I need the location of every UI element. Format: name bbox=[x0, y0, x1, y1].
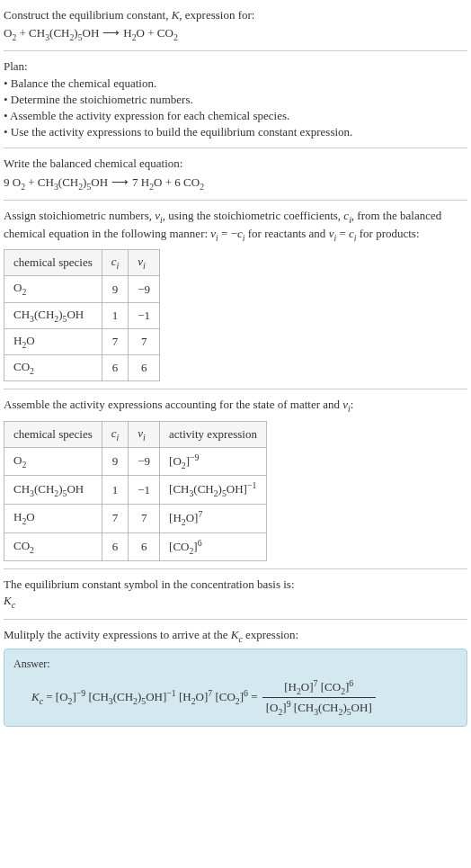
table-row: O2 9 −9 bbox=[4, 276, 160, 302]
table-row: H2O 7 7 bbox=[4, 328, 160, 354]
col-nui: νi bbox=[129, 250, 160, 276]
cell-species: CH3(CH2)5OH bbox=[4, 476, 102, 505]
multiply-section: Mulitply the activity expressions to arr… bbox=[4, 627, 467, 727]
cell-nui: −1 bbox=[129, 302, 160, 328]
plan-bullet: • Use the activity expressions to build … bbox=[4, 124, 467, 140]
symbol-section: The equilibrium constant symbol in the c… bbox=[4, 577, 467, 611]
multiply-text: Mulitply the activity expressions to arr… bbox=[4, 627, 467, 645]
symbol-text: The equilibrium constant symbol in the c… bbox=[4, 577, 467, 593]
answer-equation: Kc = [O2]−9 [CH3(CH2)5OH]−1 [H2O]7 [CO2]… bbox=[13, 677, 458, 719]
cell-activity: [H2O]7 bbox=[160, 505, 267, 533]
table-row: O2 9 −9 [O2]−9 bbox=[4, 447, 267, 476]
reaction-arrow: ⟶ bbox=[102, 25, 120, 41]
answer-box: Answer: Kc = [O2]−9 [CH3(CH2)5OH]−1 [H2O… bbox=[4, 649, 467, 727]
balanced-section: Write the balanced chemical equation: 9 … bbox=[4, 156, 467, 192]
unbalanced-equation: O2 + CH3(CH2)5OH ⟶ H2O + CO2 bbox=[4, 25, 467, 43]
table-row: CO2 6 6 bbox=[4, 355, 160, 381]
table-row: H2O 7 7 [H2O]7 bbox=[4, 505, 267, 533]
divider bbox=[4, 50, 467, 51]
stoich-paragraph: Assign stoichiometric numbers, νi, using… bbox=[4, 208, 467, 244]
col-ci: ci bbox=[102, 421, 129, 447]
species-CO2: CO2 bbox=[157, 26, 178, 40]
answer-label: Answer: bbox=[13, 657, 458, 672]
intro-line1: Construct the equilibrium constant, K, e… bbox=[4, 7, 467, 23]
table-header-row: chemical species ci νi activity expressi… bbox=[4, 421, 267, 447]
divider bbox=[4, 568, 467, 569]
table-row: CH3(CH2)5OH 1 −1 [CH3(CH2)5OH]−1 bbox=[4, 476, 267, 505]
cell-species: O2 bbox=[4, 447, 102, 476]
species-hexanol: CH3(CH2)5OH bbox=[29, 26, 99, 40]
cell-ci: 9 bbox=[102, 276, 129, 302]
intro-section: Construct the equilibrium constant, K, e… bbox=[4, 7, 467, 43]
fraction: [H2O]7 [CO2]6[O2]9 [CH3(CH2)5OH] bbox=[262, 677, 376, 719]
numerator: [H2O]7 [CO2]6 bbox=[262, 677, 376, 699]
col-activity: activity expression bbox=[160, 421, 267, 447]
col-ci: ci bbox=[102, 250, 129, 276]
cell-nui: −9 bbox=[129, 447, 160, 476]
divider bbox=[4, 148, 467, 148]
divider bbox=[4, 619, 467, 620]
cell-nui: 6 bbox=[129, 355, 160, 381]
text: , expression for: bbox=[179, 8, 254, 22]
balanced-equation: 9 O2 + CH3(CH2)5OH ⟶ 7 H2O + 6 CO2 bbox=[4, 174, 467, 192]
divider bbox=[4, 389, 467, 389]
col-nui: νi bbox=[129, 421, 160, 447]
cell-ci: 7 bbox=[102, 328, 129, 354]
table-header-row: chemical species ci νi bbox=[4, 250, 160, 276]
cell-species: CO2 bbox=[4, 532, 102, 561]
balanced-heading: Write the balanced chemical equation: bbox=[4, 156, 467, 172]
cell-species: CH3(CH2)5OH bbox=[4, 302, 102, 328]
plan-bullet: • Determine the stoichiometric numbers. bbox=[4, 92, 467, 108]
stoich-section: Assign stoichiometric numbers, νi, using… bbox=[4, 208, 467, 382]
cell-nui: 7 bbox=[129, 505, 160, 533]
species-CO2: CO2 bbox=[183, 175, 204, 189]
col-species: chemical species bbox=[4, 421, 102, 447]
denominator: [O2]9 [CH3(CH2)5OH] bbox=[262, 698, 376, 719]
stoich-table: chemical species ci νi O2 9 −9 CH3(CH2)5… bbox=[4, 249, 160, 381]
cell-ci: 7 bbox=[102, 505, 129, 533]
table-row: CO2 6 6 [CO2]6 bbox=[4, 532, 267, 561]
cell-nui: −9 bbox=[129, 276, 160, 302]
text: Construct the equilibrium constant, bbox=[4, 8, 172, 22]
cell-species: H2O bbox=[4, 505, 102, 533]
cell-species: O2 bbox=[4, 276, 102, 302]
col-species: chemical species bbox=[4, 250, 102, 276]
species-hexanol: CH3(CH2)5OH bbox=[38, 175, 108, 189]
cell-activity: [O2]−9 bbox=[160, 447, 267, 476]
cell-ci: 6 bbox=[102, 532, 129, 561]
cell-ci: 1 bbox=[102, 302, 129, 328]
cell-activity: [CO2]6 bbox=[160, 532, 267, 561]
plan-bullet: • Balance the chemical equation. bbox=[4, 76, 467, 92]
activity-section: Assemble the activity expressions accoun… bbox=[4, 397, 467, 561]
Kc-symbol: Kc bbox=[4, 593, 467, 611]
cell-ci: 6 bbox=[102, 355, 129, 381]
reaction-arrow: ⟶ bbox=[111, 174, 129, 191]
activity-heading: Assemble the activity expressions accoun… bbox=[4, 397, 467, 415]
cell-nui: 6 bbox=[129, 532, 160, 561]
cell-activity: [CH3(CH2)5OH]−1 bbox=[160, 476, 267, 505]
cell-ci: 1 bbox=[102, 476, 129, 505]
cell-nui: 7 bbox=[129, 328, 160, 354]
activity-table: chemical species ci νi activity expressi… bbox=[4, 421, 267, 561]
species-H2O: H2O bbox=[123, 26, 145, 40]
cell-ci: 9 bbox=[102, 447, 129, 476]
cell-species: CO2 bbox=[4, 355, 102, 381]
plan-bullet: • Assemble the activity expression for e… bbox=[4, 108, 467, 124]
divider bbox=[4, 200, 467, 201]
cell-species: H2O bbox=[4, 328, 102, 354]
plan-section: Plan: • Balance the chemical equation. •… bbox=[4, 58, 467, 140]
species-O2: O2 bbox=[13, 175, 25, 189]
species-O2: O2 bbox=[4, 26, 16, 40]
cell-nui: −1 bbox=[129, 476, 160, 505]
species-H2O: H2O bbox=[141, 175, 163, 189]
table-row: CH3(CH2)5OH 1 −1 bbox=[4, 302, 160, 328]
plan-heading: Plan: bbox=[4, 58, 467, 75]
